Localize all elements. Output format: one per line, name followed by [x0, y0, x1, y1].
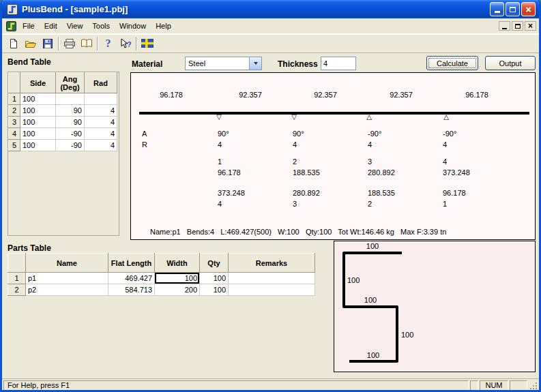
segment-dimension: 96.178	[160, 91, 183, 99]
cell-name[interactable]: p2	[26, 284, 108, 296]
parts-table-title: Parts Table	[8, 243, 51, 253]
cell-ang[interactable]: 90	[56, 105, 85, 117]
row-number[interactable]: 3	[9, 117, 20, 128]
flag-button[interactable]	[138, 35, 156, 51]
context-help-button[interactable]: ?	[117, 35, 134, 51]
new-document-icon	[8, 38, 19, 49]
menu-file[interactable]: File	[18, 19, 40, 33]
segment-dimension: 92.357	[390, 91, 413, 99]
profile-dim: 100	[364, 297, 377, 304]
segment-dimension: 96.178	[465, 91, 488, 99]
swedish-flag-icon	[141, 39, 153, 48]
status-num-indicator: NUM	[480, 380, 508, 391]
menu-window[interactable]: Window	[115, 19, 151, 33]
close-button[interactable]: ×	[521, 2, 536, 16]
mdi-restore-button[interactable]	[512, 21, 523, 31]
bend-table-title: Bend Table	[8, 57, 51, 67]
material-value: Steel	[186, 57, 249, 70]
save-button[interactable]	[39, 35, 56, 51]
menu-view[interactable]: View	[62, 19, 88, 33]
bend-column: 90° 4 2 188.535 280.892 3	[293, 130, 355, 212]
output-button[interactable]: Output	[485, 56, 536, 70]
cell-ang[interactable]: -90	[56, 140, 85, 151]
help-icon: ?	[106, 37, 111, 50]
cell-side[interactable]: 100	[20, 93, 56, 105]
new-document-button[interactable]	[5, 35, 22, 51]
row-number[interactable]: 1	[9, 93, 20, 105]
cell-name[interactable]: p1	[26, 273, 108, 284]
bend-down-marker: ▽	[291, 114, 297, 121]
cell-rad[interactable]	[85, 93, 117, 105]
thickness-input[interactable]	[321, 57, 356, 70]
col-header-qty: Qty	[200, 254, 229, 273]
part-info-line: Name:p1 Bends:4 L:469.427(500) W:100 Qty…	[150, 228, 446, 236]
row-number[interactable]: 2	[8, 284, 26, 296]
col-header-ang: Ang (Deg)	[56, 73, 85, 93]
restore-button[interactable]	[506, 2, 520, 16]
cell-qty[interactable]: 100	[200, 273, 229, 284]
bend-radius: 4	[368, 141, 372, 149]
cell-rad[interactable]: 4	[85, 105, 117, 117]
row-number[interactable]: 2	[9, 105, 20, 117]
col-header-width: Width	[155, 254, 200, 273]
menu-tools[interactable]: Tools	[87, 19, 115, 33]
chevron-down-icon	[254, 62, 258, 65]
bend-length: 280.892	[368, 169, 395, 177]
col-header-flat: Flat Length	[108, 254, 155, 273]
row-number[interactable]: 4	[9, 128, 20, 140]
cell-ang[interactable]: 90	[56, 117, 85, 128]
thickness-label: Thickness	[278, 59, 318, 69]
document-icon[interactable]	[6, 21, 16, 31]
menu-help[interactable]: Help	[151, 19, 176, 33]
cell-side[interactable]: 100	[20, 140, 56, 151]
save-icon	[42, 38, 53, 49]
bend-angle: -90°	[368, 130, 381, 138]
angle-row-label: A	[142, 130, 147, 138]
mdi-minimize-button[interactable]	[499, 21, 510, 31]
toolbar-separator	[97, 37, 98, 50]
toolbar-separator	[58, 37, 59, 50]
material-select[interactable]: Steel	[185, 57, 262, 70]
cell-side[interactable]: 100	[20, 105, 56, 117]
minimize-button[interactable]	[490, 2, 504, 16]
cell-rad[interactable]: 4	[85, 117, 117, 128]
bend-index-rev: 2	[368, 200, 372, 208]
mdi-restore-icon	[515, 24, 521, 29]
cell-qty[interactable]: 100	[200, 284, 229, 296]
cell-side[interactable]: 100	[20, 128, 56, 140]
dropdown-arrow-button[interactable]	[249, 57, 261, 70]
cell-side[interactable]: 100	[20, 117, 56, 128]
open-folder-icon	[25, 38, 37, 49]
mdi-close-button[interactable]: ×	[525, 21, 536, 31]
cell-remarks[interactable]	[229, 284, 315, 296]
toolbar: ? ?	[2, 34, 539, 53]
title-bar[interactable]: PlusBend - [sample1.pbj] ×	[2, 0, 539, 18]
help-button[interactable]: ?	[100, 35, 117, 51]
resize-grip[interactable]	[529, 380, 538, 391]
calculate-button[interactable]: Calculate	[426, 56, 478, 70]
cell-width-selected[interactable]: 100	[155, 273, 200, 284]
cell-rad[interactable]: 4	[85, 140, 117, 151]
help-book-button[interactable]	[78, 35, 95, 51]
segment-dimension: 92.357	[239, 91, 262, 99]
print-button[interactable]	[61, 35, 78, 51]
open-file-button[interactable]	[22, 35, 39, 51]
parts-table-row: 1 p1 469.427 100 100	[8, 273, 315, 284]
bend-length-rev: 373.248	[218, 190, 245, 197]
cell-rad[interactable]: 4	[85, 128, 117, 140]
minimize-icon	[495, 11, 500, 13]
cell-ang[interactable]: -90	[56, 128, 85, 140]
bend-radius: 4	[443, 141, 447, 149]
app-icon[interactable]	[7, 4, 18, 15]
cell-remarks[interactable]	[229, 273, 315, 284]
bend-up-marker: △	[443, 114, 449, 121]
bend-index: 4	[443, 158, 447, 166]
cell-width[interactable]: 200	[155, 284, 200, 296]
menu-edit[interactable]: Edit	[40, 19, 62, 33]
bend-up-marker: △	[366, 114, 372, 121]
svg-text:?: ?	[127, 40, 132, 48]
row-number[interactable]: 1	[8, 273, 26, 284]
help-book-icon	[81, 38, 93, 48]
row-number[interactable]: 5	[9, 140, 20, 151]
bend-table-row: 1 100	[9, 93, 117, 105]
